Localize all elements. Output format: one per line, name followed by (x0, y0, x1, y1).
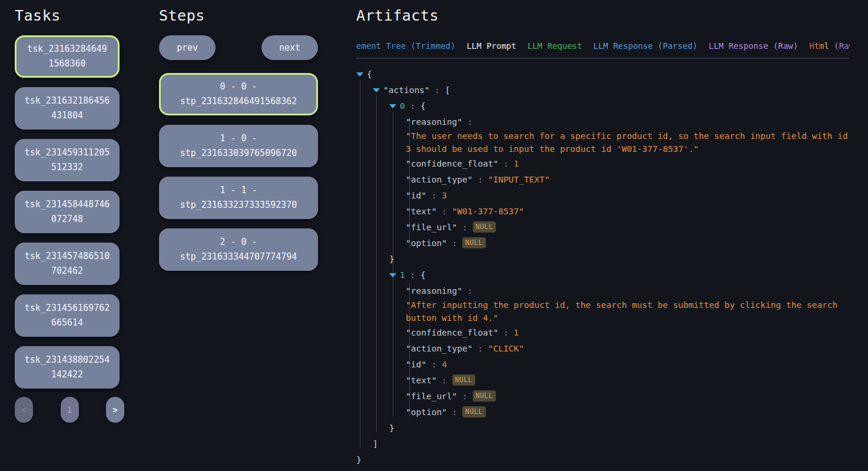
tab-label-part: H (809, 41, 814, 51)
step-label-line: 1 - 0 - (220, 131, 257, 146)
json-token-key: "reasoning" (406, 286, 462, 296)
task-button-tsk-231632186456431804[interactable]: tsk_231632186456431804 (15, 87, 120, 130)
json-token-str: "INPUT_TEXT" (488, 175, 550, 184)
json-token-punct: ] (373, 439, 378, 449)
json-line: } (356, 420, 857, 436)
json-token-index: 0 (400, 101, 405, 111)
step-button-stp-231633039765096720[interactable]: 1 - 0 -stp_231633039765096720 (159, 125, 318, 167)
pagination-page-1-button[interactable]: 1 (61, 397, 79, 423)
tab-llm-request[interactable]: LLM Request (528, 41, 582, 58)
json-line: "After inputting the product id, the sea… (356, 298, 857, 311)
json-token-key: "action_type" (406, 344, 473, 353)
task-button-tsk-231456169762665614[interactable]: tsk_231456169762665614 (15, 294, 120, 337)
json-token-key: "action_type" (406, 175, 473, 184)
next-step-button[interactable]: next (261, 35, 318, 60)
task-button-tsk-231457486510702462[interactable]: tsk_231457486510702462 (15, 243, 120, 285)
json-token-punct: { (420, 101, 426, 111)
json-token-colon: : (430, 85, 445, 95)
step-button-stp-231633237333592370[interactable]: 1 - 1 -stp_231633237333592370 (159, 177, 318, 219)
json-line: "file_url" : NULL (356, 219, 857, 235)
json-line: "text" : "W01-377-8537" (356, 203, 857, 219)
json-token-punct: { (367, 69, 372, 79)
null-badge: NULL (462, 406, 486, 417)
tasks-title: Tasks (15, 7, 120, 25)
collapse-toggle-icon[interactable] (356, 70, 363, 78)
pagination-next-button[interactable]: > (106, 397, 124, 423)
task-label-line: 665614 (51, 316, 83, 330)
step-button-stp-231633344707774794[interactable]: 2 - 0 -stp_231633344707774794 (159, 228, 318, 271)
json-tree-view: {"actions" : [0 : {"reasoning" :"The use… (356, 66, 857, 471)
json-token-punct: [ (445, 85, 450, 95)
json-token-key: "reasoning" (406, 117, 462, 127)
json-token-punct: } (389, 254, 395, 264)
step-list: 0 - 0 -stp_2316328464915683621 - 0 -stp_… (159, 73, 318, 271)
json-line: "The user needs to search for a specific… (356, 130, 857, 142)
task-label-line: tsk_231458448746 (25, 197, 110, 212)
task-button-tsk-231459311205512332[interactable]: tsk_231459311205512332 (15, 139, 120, 181)
step-label-line: stp_231633039765096720 (180, 146, 297, 161)
pagination-prev-button[interactable]: < (15, 397, 33, 423)
json-line: "reasoning" : (356, 283, 857, 298)
artifacts-title: Artifacts (356, 7, 850, 25)
json-line: "confidence_float" : 1 (356, 324, 857, 340)
json-token-key: "option" (406, 238, 447, 248)
collapse-toggle-icon[interactable] (389, 102, 396, 110)
json-token-colon: : (405, 101, 420, 111)
json-line: ] (356, 436, 857, 452)
task-label-line: tsk_231632186456 (25, 94, 110, 108)
task-label-line: tsk_231438802254 (25, 353, 110, 367)
json-token-colon: : (447, 407, 462, 417)
task-label-line: 512332 (51, 160, 83, 175)
collapse-toggle-icon[interactable] (389, 271, 396, 279)
tab-html-raw[interactable]: Html (Raw) (809, 41, 850, 58)
task-label-line: tsk_231457486510 (25, 249, 110, 264)
tab-llm-response-parsed[interactable]: LLM Response (Parsed) (593, 41, 697, 58)
steps-nav: prev next (159, 35, 318, 60)
json-token-str: button with id 4." (406, 313, 498, 323)
tasks-pagination: < 1 > (15, 397, 124, 423)
step-button-stp-231632846491568362[interactable]: 0 - 0 -stp_231632846491568362 (159, 73, 318, 115)
json-tree-lines: {"actions" : [0 : {"reasoning" :"The use… (356, 66, 857, 467)
step-label-line: 1 - 1 - (220, 183, 257, 198)
json-token-colon: : (498, 328, 513, 337)
null-badge: NULL (473, 390, 496, 402)
json-token-str: "The user needs to search for a specific… (406, 131, 848, 141)
tab-label-part: tm (814, 41, 824, 51)
tab-llm-response-raw[interactable]: LLM Response (Raw) (708, 41, 798, 58)
task-list: tsk_231632846491568360tsk_23163218645643… (15, 35, 120, 389)
json-line: 3 should be used to input the product id… (356, 142, 857, 155)
json-line: "text" : NULL (356, 372, 857, 388)
json-token-key: "id" (406, 191, 426, 200)
step-label-line: stp_231632846491568362 (180, 94, 297, 109)
task-button-tsk-231438802254142422[interactable]: tsk_231438802254142422 (15, 346, 120, 389)
json-token-colon: : (498, 159, 513, 168)
task-label-line: 431804 (51, 108, 83, 123)
json-token-key: "confidence_float" (406, 159, 498, 168)
json-line: "id" : 3 (356, 187, 857, 203)
task-button-tsk-231458448746072748[interactable]: tsk_231458448746072748 (15, 191, 120, 233)
json-line: 1 : { (356, 267, 857, 283)
json-token-colon: : (436, 207, 452, 216)
tab-llm-prompt[interactable]: LLM Prompt (466, 41, 516, 58)
task-label-line: 1568360 (48, 57, 85, 71)
json-line: { (356, 66, 857, 82)
json-token-punct: } (356, 455, 362, 465)
prev-step-button[interactable]: prev (159, 35, 216, 60)
task-button-tsk-231632846491568360[interactable]: tsk_231632846491568360 (15, 35, 120, 78)
json-token-str: "After inputting the product id, the sea… (406, 300, 837, 310)
json-line: "option" : NULL (356, 235, 857, 251)
collapse-toggle-icon[interactable] (373, 86, 380, 94)
json-line: button with id 4." (356, 311, 857, 324)
json-token-colon: : (405, 270, 420, 280)
json-token-key: "confidence_float" (406, 328, 498, 337)
step-label-line: stp_231633344707774794 (180, 250, 297, 264)
json-token-key: "id" (406, 360, 426, 369)
json-token-key: "file_url" (406, 223, 457, 232)
json-line: 0 : { (356, 98, 857, 114)
null-badge: NULL (452, 374, 476, 386)
task-label-line: tsk_23163284649 (27, 42, 107, 57)
task-label-line: 142422 (51, 367, 83, 382)
tab-element-tree-trimmed[interactable]: Element Tree (Trimmed) (356, 41, 455, 58)
json-line: "action_type" : "INPUT_TEXT" (356, 171, 857, 187)
step-label-line: 0 - 0 - (220, 79, 257, 94)
